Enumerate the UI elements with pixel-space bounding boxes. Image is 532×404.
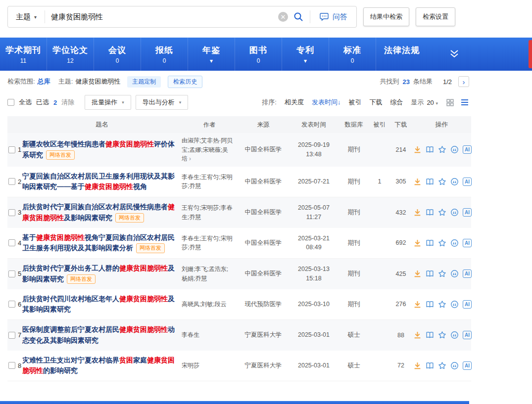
select-all-checkbox[interactable] [7,99,14,106]
row-checkbox[interactable] [8,362,15,369]
result-title-link[interactable]: 后扶贫时代宁夏外出务工人群的健康贫困脆弱性及影响因素研究网络首发 [22,264,175,283]
ai-icon[interactable]: AI [463,300,472,309]
result-title-link[interactable]: 后扶贫时代宁夏回族自治区农村居民慢性病患者健康贫困脆弱性及影响因素研究网络首发 [22,203,175,222]
clear-selection-link[interactable]: 清除 [61,98,74,107]
ai-icon[interactable]: AI [463,239,472,247]
result-source[interactable]: 中国全科医学 [237,239,290,247]
nav-tab[interactable]: 标准0 [329,38,376,71]
nav-tab[interactable]: 法律法规 [376,38,428,71]
read-online-icon[interactable] [426,208,434,217]
favorite-icon[interactable] [438,331,446,339]
read-online-icon[interactable] [426,361,434,370]
result-authors[interactable]: 由淑萍;艾非热·阿贝宝;孟娜;宋晓薇;吴培› [182,136,237,164]
scope-value-link[interactable]: 总库 [38,77,50,86]
result-source[interactable]: 中国全科医学 [237,269,290,278]
download-icon[interactable] [413,269,422,278]
batch-actions-button[interactable]: 批量操作▾ [85,95,131,110]
row-checkbox[interactable] [8,178,15,185]
sort-option[interactable]: 相关度 [285,98,304,107]
qa-link[interactable]: 问答 [310,12,356,22]
row-checkbox[interactable] [8,332,15,339]
search-settings-button[interactable]: 检索设置 [416,7,455,26]
clear-icon[interactable]: ✕ [278,12,288,22]
search-in-results-button[interactable]: 结果中检索 [363,7,409,26]
cite-icon[interactable] [450,361,459,370]
favorite-icon[interactable] [438,269,446,278]
nav-tab[interactable]: 年鉴▾ [188,38,235,71]
search-field-select[interactable]: 主题 ▾ [8,12,45,22]
sort-option[interactable]: 被引 [348,98,361,107]
download-icon[interactable] [413,300,422,309]
result-authors[interactable]: 刘姗;李飞;孟浩东;杨娟;乔慧 [182,265,237,283]
sort-option[interactable]: 下载 [369,98,382,107]
search-icon[interactable] [293,11,310,22]
nav-tab[interactable]: 专利▾ [282,38,329,71]
result-authors[interactable]: 李春生;王宥匀;宋明莎;乔慧 [182,173,237,191]
cite-icon[interactable] [450,178,459,186]
cite-icon[interactable] [450,239,459,247]
result-title-link[interactable]: 灾难性卫生支出对宁夏农村临界贫困家庭健康贫困脆弱性的影响研究 [22,356,175,375]
favorite-icon[interactable] [438,208,446,217]
topic-custom-button[interactable]: 主题定制 [127,76,161,88]
result-authors[interactable]: 宋明莎 [182,361,237,370]
result-authors[interactable]: 王宥匀;宋明莎;李春生;乔慧 [182,203,237,222]
result-source[interactable]: 中国全科医学 [237,208,290,217]
row-checkbox[interactable] [8,146,15,153]
result-title-link[interactable]: 宁夏回族自治区农村居民卫生服务利用现状及其影响因素研究——基于健康贫困脆弱性视角 [22,172,175,191]
cite-icon[interactable] [450,145,459,154]
row-checkbox[interactable] [8,270,15,277]
cite-icon[interactable] [450,331,459,339]
download-icon[interactable] [413,178,422,186]
ai-icon[interactable]: AI [463,269,472,278]
ai-icon[interactable]: AI [463,361,472,370]
favorite-icon[interactable] [438,300,446,309]
row-checkbox[interactable] [8,239,15,246]
cite-icon[interactable] [450,300,459,309]
nav-tab[interactable]: 会议0 [94,38,141,71]
sort-option[interactable]: 综合 [390,98,403,107]
download-icon[interactable] [413,145,422,154]
download-icon[interactable] [413,331,422,339]
result-title-link[interactable]: 基于健康贫困脆弱性视角宁夏回族自治区农村居民卫生服务利用现状及其影响因素分析网络… [22,233,175,252]
result-authors[interactable]: 高晓凤;刘敏;段云 [182,300,237,309]
result-source[interactable]: 中国全科医学 [237,178,290,186]
display-count-select[interactable]: 20 ▾ [427,99,438,106]
result-authors[interactable]: 李春生 [182,330,237,340]
favorite-icon[interactable] [438,361,446,370]
next-page-button[interactable]: › [458,76,469,87]
favorite-icon[interactable] [438,145,446,154]
result-title-link[interactable]: 新疆农牧区老年慢性病患者健康贫困脆弱性评价体系研究网络首发 [22,140,175,159]
nav-tab[interactable]: 学术期刊11 [0,38,47,71]
expand-categories-icon[interactable] [448,49,461,59]
favorite-icon[interactable] [438,239,446,247]
search-history-button[interactable]: 检索历史 [168,76,202,88]
read-online-icon[interactable] [426,300,434,309]
ai-icon[interactable]: AI [463,331,472,339]
sort-option[interactable]: 发表时间↓ [312,98,341,107]
ai-icon[interactable]: AI [463,208,472,217]
result-title-link[interactable]: 医保制度调整前后宁夏农村居民健康贫困脆弱性动态变化及其影响因素研究 [22,325,175,344]
read-online-icon[interactable] [426,145,434,154]
favorite-icon[interactable] [438,178,446,186]
nav-tab[interactable]: 学位论文12 [47,38,94,71]
cite-icon[interactable] [450,269,459,278]
list-view-icon[interactable] [460,98,469,106]
result-title-link[interactable]: 后扶贫时代四川农村地区老年人健康贫困脆弱性及其影响因素研究 [22,295,175,314]
result-source[interactable]: 现代预防医学 [237,300,290,309]
ai-icon[interactable]: AI [463,145,472,154]
row-checkbox[interactable] [8,209,15,216]
expand-authors-icon[interactable]: › [189,155,191,162]
result-source[interactable]: 宁夏医科大学 [237,361,290,370]
download-icon[interactable] [413,239,422,247]
export-analyze-button[interactable]: 导出与分析▾ [136,95,189,110]
read-online-icon[interactable] [426,239,434,247]
nav-tab[interactable]: 图书0 [235,38,282,71]
download-icon[interactable] [413,361,422,370]
row-checkbox[interactable] [8,301,15,308]
result-authors[interactable]: 李春生;王宥匀;宋明莎;乔慧 [182,234,237,252]
read-online-icon[interactable] [426,269,434,278]
result-source[interactable]: 宁夏医科大学 [237,331,290,339]
result-source[interactable]: 中国全科医学 [237,145,290,154]
search-input[interactable] [45,13,278,21]
nav-tab[interactable]: 报纸0 [141,38,188,71]
